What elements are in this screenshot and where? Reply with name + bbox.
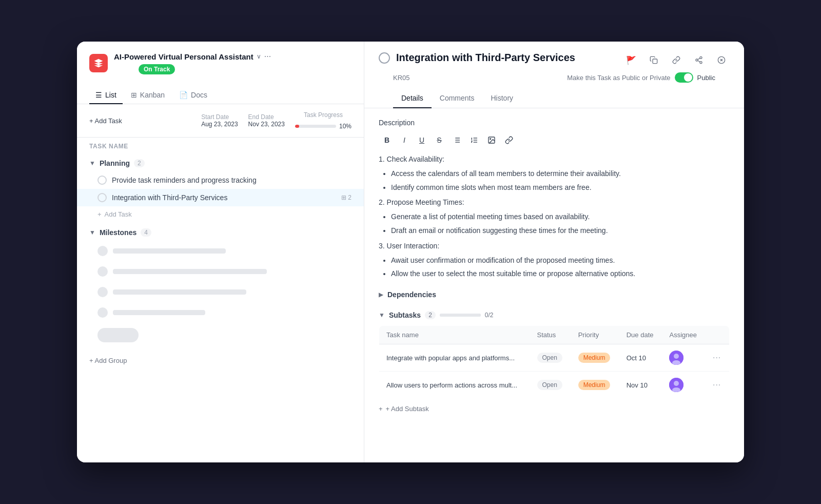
flag-icon[interactable]: 🚩 xyxy=(623,52,639,68)
task-checkbox-1[interactable] xyxy=(97,176,107,185)
share-icon[interactable] xyxy=(691,52,707,68)
more-icon-2[interactable]: ··· xyxy=(713,380,721,389)
detail-tab-details[interactable]: Details xyxy=(393,89,432,108)
project-icon xyxy=(89,54,108,72)
subtasks-table-body: Integrate with popular apps and platform… xyxy=(379,344,730,399)
col-status: Status xyxy=(530,326,571,344)
task-progress-fill xyxy=(295,125,299,128)
col-priority: Priority xyxy=(571,326,619,344)
right-header: Integration with Third-Party Services 🚩 xyxy=(364,42,744,108)
subtask-1-status: Open xyxy=(530,344,571,372)
text-tool-image[interactable] xyxy=(483,133,500,147)
skeleton-circle-1 xyxy=(97,246,108,256)
detail-task-title-row: Integration with Third-Party Services xyxy=(379,52,575,64)
project-more-icon[interactable]: ··· xyxy=(264,52,271,61)
group-milestones-header[interactable]: ▼ Milestones 4 xyxy=(77,224,364,241)
task-name-2: Integration with Third-Party Services xyxy=(112,193,336,202)
skeleton-bar-4 xyxy=(113,310,205,315)
subtask-1-priority: Medium xyxy=(571,344,619,372)
task-item-provide-reminders[interactable]: Provide task reminders and progress trac… xyxy=(77,171,364,189)
add-subtask-button[interactable]: + + Add Subtask xyxy=(379,399,730,419)
add-task-button[interactable]: + Add Task xyxy=(89,117,122,125)
tab-kanban-label: Kanban xyxy=(140,91,165,99)
skeleton-circle-3 xyxy=(97,287,108,297)
close-icon[interactable] xyxy=(713,52,730,68)
main-container: AI-Powered Virtual Personal Assistant ∨ … xyxy=(77,42,744,462)
desc-bullet-1-2: Identify common time slots when most tea… xyxy=(391,182,730,194)
detail-tab-comments[interactable]: Comments xyxy=(432,89,483,108)
tab-docs-label: Docs xyxy=(191,91,207,99)
kr-row: KR05 Make this Task as Public or Private… xyxy=(379,68,730,89)
text-tool-underline[interactable]: U xyxy=(414,133,430,147)
nav-tabs: ☰ List ⊞ Kanban 📄 Docs xyxy=(77,81,364,104)
text-tool-bold[interactable]: B xyxy=(379,133,395,147)
more-icon-1[interactable]: ··· xyxy=(713,353,721,362)
subtasks-progress-bar xyxy=(440,314,481,317)
skeleton-bar-3 xyxy=(113,289,246,295)
desc-bullet-3-2: Allow the user to select the most suitab… xyxy=(391,268,730,280)
task-name-1: Provide task reminders and progress trac… xyxy=(112,176,351,184)
table-row-2[interactable]: Allow users to perform actions across mu… xyxy=(379,372,730,399)
detail-task-status-circle[interactable] xyxy=(379,52,390,64)
task-item-integration[interactable]: Integration with Third-Party Services ⊞ … xyxy=(77,189,364,206)
subtask-2-status: Open xyxy=(530,372,571,399)
skeleton-item-1 xyxy=(77,241,364,261)
subtask-2-priority: Medium xyxy=(571,372,619,399)
group-planning-header[interactable]: ▼ Planning 2 xyxy=(77,155,364,171)
task-checkbox-2[interactable] xyxy=(97,193,107,202)
skeleton-circle-4 xyxy=(97,307,108,318)
detail-tabs: Details Comments History xyxy=(379,89,730,108)
detail-tab-comments-label: Comments xyxy=(440,94,475,102)
subtask-count: 2 xyxy=(348,194,351,201)
text-tool-bullet-list[interactable] xyxy=(448,133,465,147)
skeleton-item-3 xyxy=(77,282,364,302)
start-date-label: Start Date xyxy=(201,113,238,121)
project-chevron-icon[interactable]: ∨ xyxy=(257,53,261,60)
svg-point-19 xyxy=(490,139,491,140)
group-planning-chevron: ▼ xyxy=(89,160,95,167)
public-toggle-switch[interactable] xyxy=(675,72,693,83)
subtasks-table-header-row: Task name Status Priority Due date Assig… xyxy=(379,326,730,344)
group-planning-count: 2 xyxy=(134,159,145,167)
subtask-1-due-date: Oct 10 xyxy=(619,344,662,372)
assignee-avatar-1 xyxy=(669,351,683,365)
text-tool-strikethrough[interactable]: S xyxy=(431,133,447,147)
link-icon[interactable] xyxy=(668,52,685,68)
tab-kanban[interactable]: ⊞ Kanban xyxy=(125,87,171,104)
svg-line-5 xyxy=(698,58,700,60)
text-tool-italic[interactable]: I xyxy=(396,133,413,147)
task-meta: Start Date Aug 23, 2023 End Date Nov 23,… xyxy=(201,111,351,130)
start-date-value: Aug 23, 2023 xyxy=(201,121,238,128)
svg-rect-0 xyxy=(653,59,657,64)
right-body: Description B I U S xyxy=(364,108,744,462)
detail-tab-history[interactable]: History xyxy=(482,89,521,108)
dependencies-section[interactable]: ▶ Dependencies xyxy=(379,283,730,304)
text-tool-ordered-list[interactable] xyxy=(466,133,482,147)
detail-task-title: Integration with Third-Party Services xyxy=(396,52,575,64)
list-icon: ☰ xyxy=(95,91,102,99)
dependencies-title: Dependencies xyxy=(387,290,436,299)
svg-point-2 xyxy=(696,59,698,61)
right-panel: Integration with Third-Party Services 🚩 xyxy=(364,42,744,462)
text-tool-link[interactable] xyxy=(501,133,517,147)
project-title-area: AI-Powered Virtual Personal Assistant ∨ … xyxy=(114,52,271,74)
subtask-1-more[interactable]: ··· xyxy=(706,344,730,372)
project-title-row: AI-Powered Virtual Personal Assistant ∨ … xyxy=(114,52,271,61)
group-planning: ▼ Planning 2 Provide task reminders and … xyxy=(77,155,364,222)
add-group-button[interactable]: + Add Group xyxy=(77,350,364,372)
group-milestones-chevron: ▼ xyxy=(89,229,95,236)
tab-docs[interactable]: 📄 Docs xyxy=(173,87,213,104)
desc-item-3-bullets: Await user confirmation or modification … xyxy=(379,255,730,281)
group-milestones-count: 4 xyxy=(141,228,151,237)
add-task-planning[interactable]: + Add Task xyxy=(77,206,364,222)
subtasks-progress-text: 0/2 xyxy=(485,312,494,319)
subtask-2-more[interactable]: ··· xyxy=(706,372,730,399)
table-row-1[interactable]: Integrate with popular apps and platform… xyxy=(379,344,730,372)
svg-line-4 xyxy=(698,61,700,62)
tab-list[interactable]: ☰ List xyxy=(89,87,123,104)
add-subtask-plus-icon: + xyxy=(379,405,383,413)
copy-icon[interactable] xyxy=(646,52,662,68)
end-date-value: Nov 23, 2023 xyxy=(248,121,285,128)
subtasks-chevron[interactable]: ▼ xyxy=(379,312,385,319)
right-toolbar: 🚩 xyxy=(623,52,730,68)
